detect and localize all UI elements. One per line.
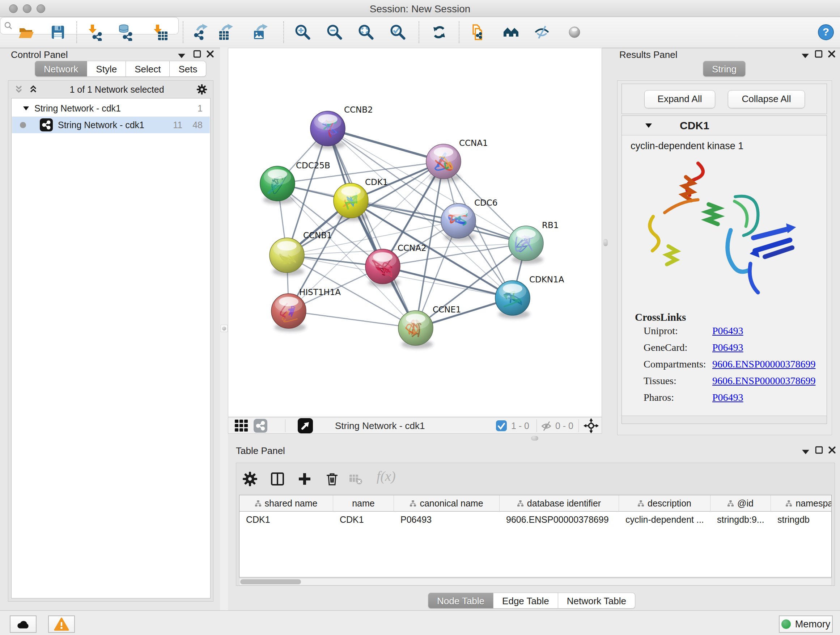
node-table[interactable]: shared nameCDK1nameCDK1canonical nameP06… — [239, 495, 832, 578]
float-panel-icon[interactable] — [815, 50, 823, 58]
column-header-databaseidentifier[interactable]: database identifier — [500, 495, 619, 511]
zoom-out-icon[interactable] — [326, 24, 343, 41]
column-header-namespace[interactable]: namespace — [771, 495, 832, 511]
table-cell[interactable]: P06493 — [394, 511, 500, 528]
panel-menu-caret-icon[interactable] — [801, 52, 809, 60]
tab-edge-table[interactable]: Edge Table — [493, 593, 558, 608]
tab-network-table[interactable]: Network Table — [558, 593, 635, 608]
table-cell[interactable]: stringdb — [771, 511, 832, 528]
gene-entry-header[interactable]: CDK1 — [622, 116, 827, 135]
tab-select[interactable]: Select — [126, 61, 170, 77]
export-network-icon[interactable] — [192, 24, 210, 41]
entry-collapse-caret-icon[interactable] — [645, 123, 652, 128]
zoom-in-icon[interactable] — [294, 24, 311, 41]
zoom-fit-icon[interactable] — [357, 24, 375, 41]
column-header-description[interactable]: description — [619, 495, 711, 511]
close-panel-icon[interactable] — [828, 50, 836, 58]
expand-all-button[interactable]: Expand All — [644, 90, 715, 108]
network-node-CDKN1A[interactable]: CDKN1A — [495, 275, 564, 318]
table-horizontal-scrollbar[interactable] — [239, 578, 832, 585]
float-panel-icon[interactable] — [193, 50, 201, 58]
table-cell[interactable]: CDK1 — [333, 511, 394, 528]
close-panel-icon[interactable] — [828, 446, 836, 454]
network-edge[interactable] — [328, 128, 444, 162]
detach-view-icon[interactable] — [298, 418, 313, 433]
network-node-HIST1H1A[interactable]: HIST1H1A — [271, 287, 341, 332]
export-image-icon[interactable] — [252, 24, 270, 41]
crosslink-value-link[interactable]: P06493 — [712, 325, 744, 337]
add-column-icon[interactable] — [296, 470, 313, 488]
panel-menu-caret-icon[interactable] — [802, 448, 810, 456]
column-header-sharedname[interactable]: shared name — [240, 495, 333, 511]
collapse-all-button[interactable]: Collapse All — [728, 90, 805, 108]
tab-network[interactable]: Network — [35, 61, 87, 77]
crosslink-value-link[interactable]: P06493 — [712, 392, 744, 403]
show-panel-icon[interactable] — [566, 24, 583, 41]
table-cell[interactable]: 9606.ENSP00000378699 — [500, 511, 619, 528]
tab-node-table[interactable]: Node Table — [428, 593, 493, 608]
table-cell[interactable]: stringdb:9... — [711, 511, 771, 528]
expand-all-chevron-icon[interactable] — [28, 85, 38, 94]
vertical-splitter[interactable] — [220, 48, 228, 610]
network-node-CCNA1[interactable]: CCNA1 — [426, 138, 488, 182]
network-edge[interactable] — [289, 311, 416, 328]
network-row[interactable]: String Network - cdk1 11 48 — [12, 117, 210, 133]
network-options-gear-icon[interactable] — [196, 83, 208, 96]
refresh-icon[interactable] — [431, 24, 448, 41]
crosslink-value-link[interactable]: 9606.ENSP00000378699 — [712, 358, 815, 370]
table-cell[interactable]: cyclin-dependent ... — [619, 511, 711, 528]
splitter-handle[interactable] — [531, 436, 538, 440]
warnings-button[interactable] — [48, 616, 75, 633]
memory-button[interactable]: Memory — [779, 616, 833, 633]
gene-entry-box: CDK1 cyclin-dependent kinase 1 — [622, 116, 827, 424]
fit-content-crosshair-icon[interactable] — [584, 418, 599, 433]
scrollbar-thumb[interactable] — [240, 579, 301, 584]
delete-column-trash-icon[interactable] — [324, 470, 341, 488]
node-label-CDC25B: CDC25B — [296, 161, 330, 170]
share-document-icon[interactable] — [470, 24, 487, 41]
tab-sets[interactable]: Sets — [170, 61, 206, 77]
tab-style[interactable]: Style — [87, 61, 126, 77]
panel-menu-caret-icon[interactable] — [178, 52, 186, 60]
show-columns-icon[interactable] — [269, 470, 286, 488]
crosslink-value-link[interactable]: P06493 — [712, 342, 744, 353]
home-icon[interactable] — [502, 24, 520, 41]
memory-label: Memory — [795, 619, 831, 630]
cloud-button[interactable] — [10, 616, 36, 633]
network-node-RB1[interactable]: RB1 — [508, 220, 559, 264]
network-node-CCNB2[interactable]: CCNB2 — [310, 105, 373, 149]
network-graph[interactable]: CCNB2 CCNA1 CDC25B CDK1 CDC6 RB1 — [228, 48, 602, 417]
import-table-icon[interactable] — [152, 24, 169, 41]
collection-expand-icon[interactable] — [23, 106, 29, 111]
network-collection-row[interactable]: String Network - cdk1 1 — [12, 100, 210, 117]
network-view-canvas[interactable]: CCNB2 CCNA1 CDC25B CDK1 CDC6 RB1 — [228, 48, 602, 417]
save-session-icon[interactable] — [49, 24, 66, 41]
network-edge[interactable] — [328, 128, 416, 328]
column-header-name[interactable]: name — [333, 495, 394, 511]
close-panel-icon[interactable] — [206, 50, 214, 58]
collapse-all-chevron-icon[interactable] — [14, 85, 24, 94]
network-overview-share-icon[interactable] — [254, 419, 267, 432]
export-table-icon[interactable] — [218, 24, 235, 41]
table-panel: Table Panel f(x) shared nameCDK1nameCDK1… — [228, 442, 840, 610]
column-header-id[interactable]: @id — [711, 495, 771, 511]
import-network-database-icon[interactable] — [117, 24, 134, 41]
tab-string[interactable]: String — [703, 61, 745, 77]
hidden-items-eye-slash-icon[interactable] — [540, 420, 553, 432]
table-cell[interactable]: CDK1 — [240, 511, 333, 528]
open-session-icon[interactable] — [17, 24, 35, 41]
help-icon[interactable]: ? — [817, 24, 835, 41]
table-options-gear-icon[interactable] — [241, 470, 259, 488]
import-network-icon[interactable] — [87, 24, 104, 41]
hide-panels-icon[interactable] — [533, 24, 551, 41]
float-panel-icon[interactable] — [815, 446, 823, 454]
selected-items-checkbox-icon[interactable] — [496, 420, 507, 431]
zoom-selected-icon[interactable] — [389, 24, 407, 41]
birdseye-grid-icon[interactable] — [235, 420, 248, 432]
column-header-canonicalname[interactable]: canonical name — [394, 495, 500, 511]
splitter-handle[interactable] — [603, 239, 608, 246]
crosslink-value-link[interactable]: 9606.ENSP00000378699 — [712, 375, 815, 386]
toolbar-separator — [459, 21, 459, 43]
splitter-handle[interactable] — [221, 325, 227, 332]
right-splitter[interactable] — [602, 48, 615, 442]
